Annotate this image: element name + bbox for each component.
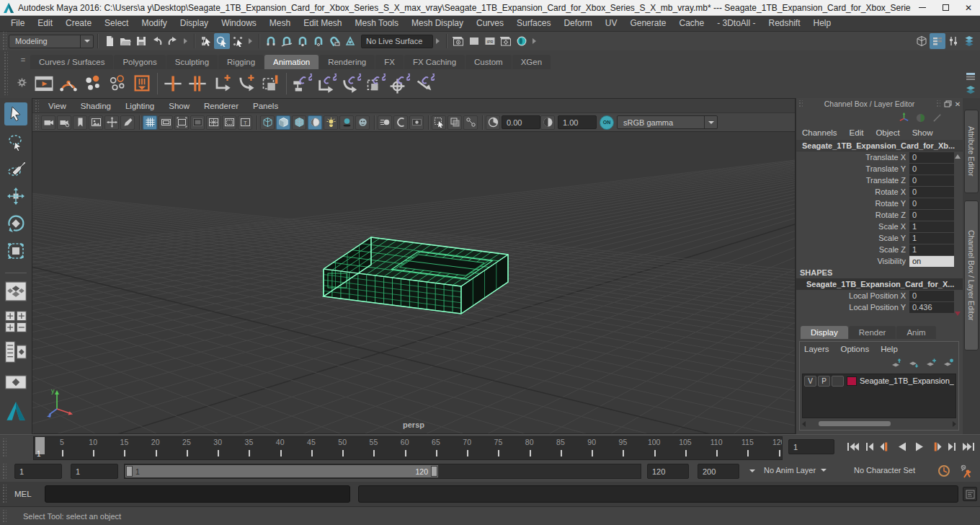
scroll-left-icon[interactable] bbox=[802, 421, 806, 427]
open-scene-icon[interactable] bbox=[117, 33, 133, 49]
menu-create[interactable]: Create bbox=[59, 16, 98, 31]
film-gate-icon[interactable] bbox=[159, 115, 173, 130]
collapse-arrow-icon[interactable] bbox=[184, 38, 187, 44]
menu--3dtoall-[interactable]: - 3DtoAll - bbox=[710, 16, 762, 31]
save-scene-icon[interactable] bbox=[133, 33, 149, 49]
set-driven-key-icon[interactable] bbox=[56, 71, 81, 96]
channel-mode-icon[interactable] bbox=[932, 112, 943, 123]
minimize-button[interactable] bbox=[911, 0, 934, 15]
scroll-right-icon[interactable] bbox=[953, 421, 956, 427]
go-to-start-button[interactable] bbox=[845, 438, 861, 456]
select-object-icon[interactable] bbox=[214, 33, 230, 49]
layer-horizontal-scrollbar[interactable] bbox=[802, 420, 956, 428]
layer-tab-display[interactable]: Display bbox=[801, 326, 848, 339]
channel-label[interactable]: Visibility bbox=[796, 257, 909, 265]
grid-icon[interactable] bbox=[143, 115, 157, 130]
collapse-arrow-icon[interactable] bbox=[533, 38, 536, 44]
xray-joints-icon[interactable] bbox=[463, 115, 478, 130]
close-icon[interactable]: ✕ bbox=[953, 100, 963, 108]
channel-label[interactable]: Rotate Y bbox=[796, 199, 909, 208]
viewport-menu-renderer[interactable]: Renderer bbox=[197, 102, 246, 110]
mel-input[interactable] bbox=[45, 485, 350, 503]
viewport-menu-shading[interactable]: Shading bbox=[74, 102, 118, 110]
play-backwards-button[interactable] bbox=[894, 438, 911, 456]
lasso-tool-icon[interactable] bbox=[4, 130, 27, 153]
layer-visible-toggle[interactable]: V bbox=[804, 376, 816, 387]
render-view-icon[interactable] bbox=[450, 33, 466, 49]
insert-breakdown-icon[interactable] bbox=[185, 71, 210, 96]
manipulator-axis-icon[interactable] bbox=[899, 112, 909, 123]
orient-constraint-icon[interactable] bbox=[339, 71, 363, 96]
channel-label[interactable]: Rotate Z bbox=[796, 211, 909, 219]
script-editor-icon[interactable] bbox=[963, 487, 977, 501]
redo-icon[interactable] bbox=[165, 33, 181, 49]
channel-label[interactable]: Scale Z bbox=[796, 245, 909, 254]
channel-label[interactable]: Scale Y bbox=[796, 234, 909, 242]
command-line-grip[interactable] bbox=[1, 485, 6, 503]
layer-playback-toggle[interactable]: P bbox=[818, 376, 830, 387]
channel-speed-icon[interactable] bbox=[915, 112, 926, 123]
channel-box-menu-object[interactable]: Object bbox=[876, 128, 899, 137]
viewport-menu-grip[interactable] bbox=[34, 100, 39, 112]
previous-key-button[interactable] bbox=[878, 438, 894, 456]
menu-deform[interactable]: Deform bbox=[557, 16, 598, 31]
shelf-tab-sculpting[interactable]: Sculpting bbox=[166, 55, 218, 69]
menu-windows[interactable]: Windows bbox=[215, 16, 263, 31]
status-line-grip[interactable] bbox=[1, 32, 6, 50]
menu-curves[interactable]: Curves bbox=[470, 16, 510, 31]
parent-constraint-icon[interactable] bbox=[290, 71, 314, 96]
channel-box-toggle-icon[interactable] bbox=[930, 33, 945, 49]
select-camera-icon[interactable] bbox=[41, 115, 55, 130]
set-key-icon[interactable] bbox=[81, 71, 105, 96]
menu-mesh-display[interactable]: Mesh Display bbox=[405, 16, 470, 31]
gate-mask-icon[interactable] bbox=[190, 115, 205, 130]
channel-value-field[interactable]: 0 bbox=[909, 164, 954, 175]
shelf-tab-fx[interactable]: FX bbox=[375, 55, 404, 69]
snap-projected-center-icon[interactable] bbox=[311, 33, 326, 49]
move-key-icon[interactable] bbox=[210, 71, 234, 96]
ipr-render-icon[interactable]: IPR bbox=[482, 33, 498, 49]
scrollbar-thumb[interactable] bbox=[819, 421, 891, 426]
render-settings-icon[interactable] bbox=[498, 33, 514, 49]
playback-end-field[interactable]: 120 bbox=[647, 464, 689, 479]
go-to-end-button[interactable] bbox=[961, 438, 977, 456]
menu-set-selector[interactable]: Modeling bbox=[9, 35, 94, 48]
attribute-editor-toggle-icon[interactable] bbox=[961, 33, 977, 49]
layer-menu-layers[interactable]: Layers bbox=[804, 345, 829, 353]
rotate-tool-icon[interactable] bbox=[4, 212, 27, 235]
channel-label[interactable]: Scale X bbox=[796, 222, 909, 231]
contrast-icon[interactable] bbox=[540, 115, 555, 130]
time-slider-grip[interactable] bbox=[1, 438, 6, 457]
paint-select-tool-icon[interactable] bbox=[4, 157, 27, 180]
collapse-arrow-icon[interactable] bbox=[249, 38, 252, 44]
wireframe-icon[interactable] bbox=[260, 115, 275, 130]
channel-value-field[interactable]: 0 bbox=[909, 210, 954, 221]
field-chart-icon[interactable] bbox=[206, 115, 220, 130]
shelf-tab-fx-caching[interactable]: FX Caching bbox=[404, 55, 465, 69]
menu-cache[interactable]: Cache bbox=[672, 16, 710, 31]
layer-display-type-toggle[interactable] bbox=[832, 376, 844, 387]
menu-help[interactable]: Help bbox=[807, 16, 838, 31]
viewport-menu-panels[interactable]: Panels bbox=[246, 102, 285, 110]
use-all-lights-icon[interactable] bbox=[324, 115, 338, 130]
channel-object-name[interactable]: Seagate_1TB_Expansion_Card_for_Xb... bbox=[796, 140, 963, 151]
occlusion-icon[interactable] bbox=[355, 115, 370, 130]
channel-label[interactable]: Translate X bbox=[796, 153, 909, 162]
tool-settings-icon[interactable] bbox=[945, 33, 961, 49]
xray-icon[interactable] bbox=[447, 115, 462, 130]
shape-name[interactable]: Seagate_1TB_Expansion_Card_for_X... bbox=[796, 278, 963, 290]
character-set-dropdown[interactable]: No Character Set bbox=[854, 466, 915, 475]
channel-value-field[interactable]: 0 bbox=[909, 198, 954, 209]
new-scene-icon[interactable] bbox=[102, 33, 117, 49]
shelf-sidebar-icon-top[interactable] bbox=[964, 71, 977, 82]
live-surface-field[interactable]: No Live Surface bbox=[361, 35, 433, 48]
layer-tab-render[interactable]: Render bbox=[849, 326, 896, 339]
channel-value-field[interactable]: 1 bbox=[909, 233, 954, 244]
channel-box-menu-show[interactable]: Show bbox=[912, 128, 933, 137]
range-slider-bar[interactable]: 1 120 bbox=[125, 465, 438, 477]
safe-action-icon[interactable] bbox=[222, 115, 236, 130]
layer-move-up-icon[interactable] bbox=[885, 358, 902, 369]
make-live-icon[interactable] bbox=[342, 33, 358, 49]
channel-value-field[interactable]: 1 bbox=[909, 244, 954, 255]
menu-edit-mesh[interactable]: Edit Mesh bbox=[297, 16, 348, 31]
